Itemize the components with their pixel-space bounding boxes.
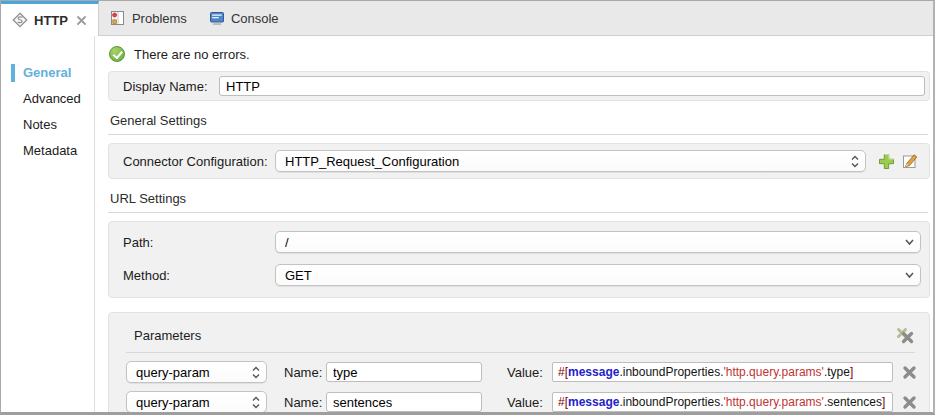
connector-configuration-select[interactable]: HTTP_Request_Configuration bbox=[275, 150, 866, 172]
general-settings-title: General Settings bbox=[110, 113, 930, 128]
path-label: Path: bbox=[123, 235, 275, 250]
parameters-title: Parameters bbox=[134, 328, 201, 343]
properties-sidebar: General Advanced Notes Metadata bbox=[1, 36, 95, 414]
connector-configuration-value: HTTP_Request_Configuration bbox=[285, 154, 850, 169]
editor-tab-bar: HTTP Problems bbox=[1, 1, 933, 36]
mule-processor-icon bbox=[12, 12, 28, 28]
method-row: Method: GET bbox=[123, 264, 921, 286]
display-name-label: Display Name: bbox=[123, 79, 219, 94]
tab-label: Console bbox=[231, 11, 279, 26]
param-type-value: query-param bbox=[136, 365, 251, 380]
sidebar-item-label: Notes bbox=[23, 117, 57, 132]
url-settings-title: URL Settings bbox=[110, 191, 930, 206]
url-settings-group: Path: / Method: GET bbox=[108, 221, 930, 298]
param-name-label: Name: bbox=[284, 365, 326, 380]
expr-path: .inboundProperties. bbox=[619, 365, 723, 379]
sidebar-item-notes[interactable]: Notes bbox=[1, 112, 94, 138]
method-combobox[interactable]: GET bbox=[275, 264, 921, 286]
connector-configuration-label: Connector Configuration: bbox=[123, 154, 275, 169]
sidebar-item-label: General bbox=[23, 65, 71, 80]
editor-body: General Advanced Notes Metadata There ar… bbox=[1, 36, 933, 414]
expr-string: 'http.query.params' bbox=[723, 395, 823, 409]
close-icon[interactable] bbox=[76, 15, 87, 26]
sidebar-item-metadata[interactable]: Metadata bbox=[1, 138, 94, 164]
success-check-icon bbox=[109, 46, 125, 62]
param-value-input[interactable]: #[message.inboundProperties.'http.query.… bbox=[552, 392, 893, 412]
expr-string: 'http.query.params' bbox=[723, 365, 823, 379]
add-configuration-icon[interactable] bbox=[878, 153, 895, 170]
delete-parameter-icon[interactable] bbox=[902, 395, 917, 410]
tab-label: Problems bbox=[132, 11, 187, 26]
tab-http[interactable]: HTTP bbox=[1, 1, 99, 36]
sidebar-item-label: Advanced bbox=[23, 91, 81, 106]
param-value-label: Value: bbox=[507, 395, 552, 410]
expr-tail: .sentences bbox=[824, 395, 882, 409]
section-divider bbox=[126, 352, 915, 353]
expr-path: .inboundProperties. bbox=[619, 395, 723, 409]
sidebar-item-label: Metadata bbox=[23, 143, 77, 158]
updown-chevron-icon bbox=[850, 155, 860, 168]
param-type-select[interactable]: query-param bbox=[126, 361, 267, 383]
parameters-group: Parameters query-param bbox=[108, 312, 930, 414]
tab-console[interactable]: Console bbox=[198, 1, 290, 35]
display-name-group: Display Name: bbox=[108, 71, 930, 101]
display-name-input[interactable] bbox=[219, 76, 925, 96]
method-label: Method: bbox=[123, 268, 275, 283]
expr-open: #[ bbox=[558, 395, 568, 409]
param-type-select[interactable]: query-param bbox=[126, 391, 267, 413]
chevron-down-icon bbox=[904, 271, 915, 279]
properties-editor-window: HTTP Problems bbox=[0, 0, 935, 415]
expr-tail: .type bbox=[824, 365, 850, 379]
param-type-value: query-param bbox=[136, 395, 251, 410]
path-value: / bbox=[285, 235, 904, 250]
parameter-row: query-param Name: Value: #[message.inbou… bbox=[126, 391, 917, 413]
general-tab-content: There are no errors. Display Name: Gener… bbox=[95, 36, 933, 414]
validation-status: There are no errors. bbox=[109, 46, 930, 62]
path-combobox[interactable]: / bbox=[275, 231, 921, 253]
problems-icon bbox=[110, 10, 126, 26]
connector-configuration-group: Connector Configuration: HTTP_Request_Co… bbox=[108, 143, 930, 179]
path-row: Path: / bbox=[123, 231, 921, 253]
section-divider bbox=[108, 134, 928, 135]
parameter-row: query-param Name: Value: #[message.inbou… bbox=[126, 361, 917, 383]
delete-parameter-icon[interactable] bbox=[902, 365, 917, 380]
updown-chevron-icon bbox=[251, 366, 261, 379]
expr-close: ] bbox=[850, 365, 853, 379]
expr-open: #[ bbox=[558, 365, 568, 379]
param-value-label: Value: bbox=[507, 365, 552, 380]
sidebar-item-general[interactable]: General bbox=[1, 60, 94, 86]
chevron-down-icon bbox=[904, 238, 915, 246]
param-value-input[interactable]: #[message.inboundProperties.'http.query.… bbox=[552, 362, 893, 382]
param-name-input[interactable] bbox=[326, 392, 482, 412]
section-divider bbox=[108, 212, 928, 213]
console-icon bbox=[209, 10, 225, 26]
param-name-input[interactable] bbox=[326, 362, 482, 382]
method-value: GET bbox=[285, 268, 904, 283]
tab-label: HTTP bbox=[34, 13, 68, 28]
expr-keyword: message bbox=[568, 365, 619, 379]
expr-keyword: message bbox=[568, 395, 619, 409]
param-name-label: Name: bbox=[284, 395, 326, 410]
status-message: There are no errors. bbox=[134, 47, 250, 62]
sidebar-item-advanced[interactable]: Advanced bbox=[1, 86, 94, 112]
parameters-header: Parameters bbox=[126, 325, 917, 344]
expr-close: ] bbox=[882, 395, 885, 409]
edit-configuration-icon[interactable] bbox=[902, 153, 919, 170]
tab-problems[interactable]: Problems bbox=[99, 1, 198, 35]
remove-all-parameters-icon[interactable] bbox=[896, 327, 915, 344]
updown-chevron-icon bbox=[251, 396, 261, 409]
